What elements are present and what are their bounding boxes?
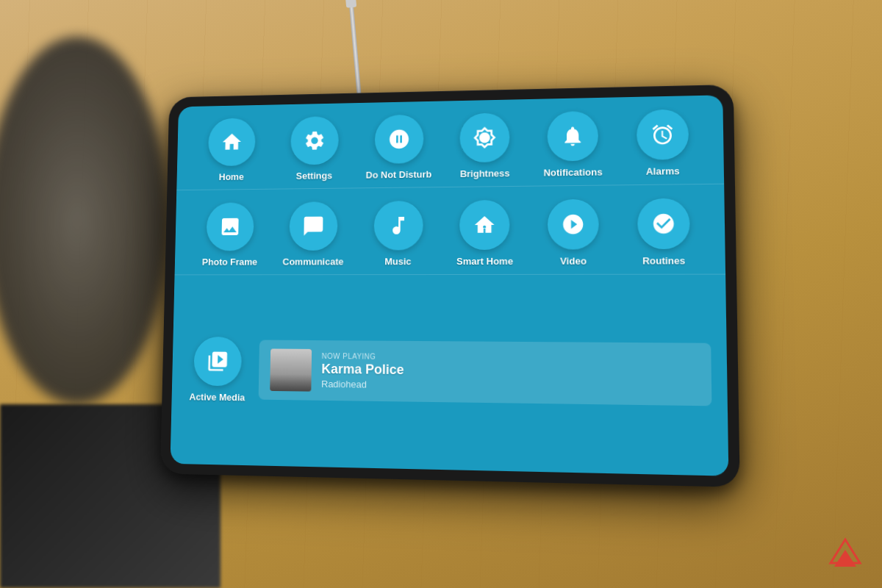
brightness-icon[interactable] <box>460 112 510 162</box>
alarms-icon[interactable] <box>637 109 689 159</box>
active-media-button[interactable]: Active Media <box>185 336 249 402</box>
video-button[interactable]: Video <box>528 198 618 266</box>
smart-home-button[interactable]: Smart Home <box>441 200 528 267</box>
active-media-label: Active Media <box>189 391 245 403</box>
notifications-button[interactable]: Notifications <box>528 110 617 178</box>
notifications-label: Notifications <box>543 167 602 179</box>
smart-home-icon[interactable] <box>459 200 509 250</box>
settings-icon[interactable] <box>290 116 339 165</box>
active-media-icon[interactable] <box>193 336 242 385</box>
track-artist: Radiohead <box>321 378 404 390</box>
smart-home-label: Smart Home <box>456 256 513 267</box>
video-icon[interactable] <box>548 199 599 250</box>
photo-frame-icon[interactable] <box>207 202 254 251</box>
device-bezel: Home Settings Do Not Disturb <box>160 85 740 487</box>
now-playing-row: Active Media NOW PLAYING Karma Police Ra… <box>171 275 729 476</box>
alarms-label: Alarms <box>646 165 680 177</box>
brightness-button[interactable]: Brightness <box>442 112 529 179</box>
home-icon[interactable] <box>208 118 256 166</box>
communicate-label: Communicate <box>282 257 343 268</box>
album-art-image <box>270 348 312 391</box>
home-button[interactable]: Home <box>190 118 273 183</box>
track-info: NOW PLAYING Karma Police Radiohead <box>321 351 404 390</box>
echo-show-device: Home Settings Do Not Disturb <box>160 85 740 487</box>
photo-frame-label: Photo Frame <box>202 257 257 268</box>
music-icon[interactable] <box>373 201 423 250</box>
photo-frame-button[interactable]: Photo Frame <box>189 202 273 268</box>
notifications-icon[interactable] <box>548 111 598 162</box>
do-not-disturb-icon[interactable] <box>374 115 423 164</box>
menu-row-2: Photo Frame Communicate Music <box>175 184 726 276</box>
brightness-label: Brightness <box>460 168 510 179</box>
do-not-disturb-button[interactable]: Do Not Disturb <box>356 114 442 181</box>
home-label: Home <box>219 171 244 182</box>
watermark <box>823 534 867 573</box>
menu-row-1: Home Settings Do Not Disturb <box>176 95 724 190</box>
video-label: Video <box>560 255 587 266</box>
settings-label: Settings <box>296 171 332 182</box>
do-not-disturb-label: Do Not Disturb <box>366 169 432 181</box>
routines-icon[interactable] <box>637 198 690 250</box>
communicate-button[interactable]: Communicate <box>271 201 356 268</box>
alarms-button[interactable]: Alarms <box>617 109 709 177</box>
now-playing-label: NOW PLAYING <box>322 351 404 360</box>
communicate-icon[interactable] <box>289 201 337 251</box>
device-screen: Home Settings Do Not Disturb <box>171 95 729 476</box>
now-playing-card[interactable]: NOW PLAYING Karma Police Radiohead <box>259 340 712 406</box>
routines-label: Routines <box>642 255 685 266</box>
music-label: Music <box>384 256 411 267</box>
album-art <box>270 348 312 391</box>
track-title: Karma Police <box>321 361 404 377</box>
music-button[interactable]: Music <box>355 201 441 267</box>
routines-button[interactable]: Routines <box>618 198 710 266</box>
settings-button[interactable]: Settings <box>273 115 357 182</box>
